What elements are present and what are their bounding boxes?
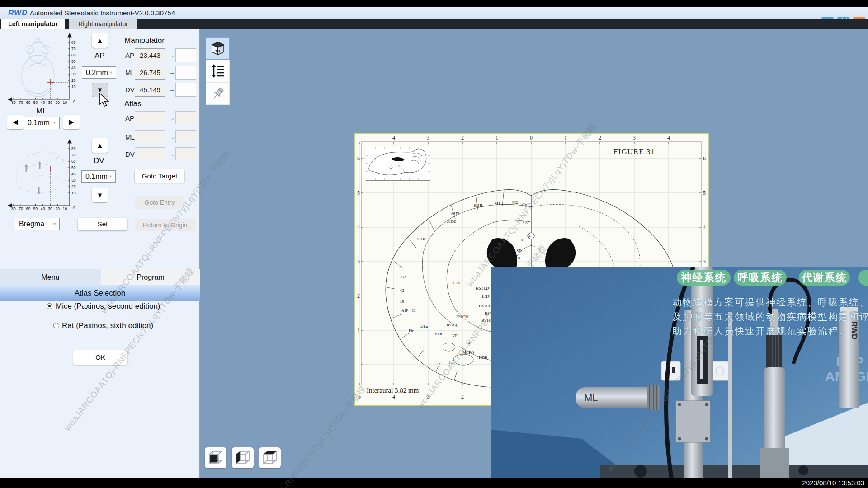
radio-label: Rat (Paxinos, sixth edition) <box>62 321 153 330</box>
svg-text:40: 40 <box>71 172 76 176</box>
svg-text:S1FL: S1FL <box>451 211 460 216</box>
dv-step-value: 0.1mm <box>85 173 108 181</box>
axes <box>8 140 71 207</box>
svg-text:2: 2 <box>357 293 360 299</box>
top-view-position-plot[interactable]: 807060504030201080706050403020100 <box>5 31 92 108</box>
svg-text:4: 4 <box>703 224 706 230</box>
svg-text:60: 60 <box>71 53 76 57</box>
radio-selected-icon <box>47 303 52 309</box>
svg-text:3: 3 <box>427 135 429 141</box>
svg-text:BSTLI: BSTLI <box>479 304 490 308</box>
flow-arrows <box>24 161 42 195</box>
manip-ml-label: ML <box>125 69 135 76</box>
svg-text:CPu: CPu <box>453 281 461 285</box>
svg-text:40: 40 <box>71 66 76 70</box>
atlas-ap-value[interactable] <box>135 111 165 124</box>
svg-text:20: 20 <box>55 100 60 105</box>
ap-step-value: 0.2mm <box>86 69 108 77</box>
svg-text:70: 70 <box>71 153 76 157</box>
svg-text:40: 40 <box>41 100 45 105</box>
manip-dv-target-input[interactable] <box>175 83 196 97</box>
svg-text:80: 80 <box>11 100 16 105</box>
badge-metabolic-system: 代谢系统 <box>799 270 850 286</box>
axis-ticks: 807060504030201080706050403020100 <box>11 146 75 211</box>
svg-text:5: 5 <box>358 394 361 400</box>
svg-text:1: 1 <box>495 135 498 141</box>
svg-text:3D: 3D <box>215 49 220 53</box>
cube-side-face-icon <box>235 450 251 466</box>
ml-step-dropdown[interactable]: 0.1mm▼ <box>24 117 60 129</box>
svg-text:30: 30 <box>71 178 76 183</box>
manip-ap-value: 23.443 <box>135 48 165 62</box>
ap-axis-label: AP <box>94 52 105 61</box>
pin-icon <box>211 86 225 101</box>
ap-up-button[interactable]: ▲ <box>92 33 108 48</box>
svg-text:AIP: AIP <box>401 308 408 313</box>
tab-left-manipulator[interactable]: Left manipulator <box>1 19 65 29</box>
svg-text:M1: M1 <box>495 202 500 206</box>
tab-right-manipulator[interactable]: Right manipulator <box>69 19 137 29</box>
chevron-down-icon: ▼ <box>109 70 116 75</box>
chevron-down-icon: ▼ <box>52 121 59 125</box>
manip-ap-label: AP <box>125 52 134 59</box>
svg-text:0: 0 <box>73 99 75 104</box>
goto-entry-button[interactable]: Goto Entry <box>135 196 184 209</box>
dv-up-button[interactable]: ▲ <box>92 138 108 153</box>
coronal-view-button[interactable] <box>205 447 226 468</box>
svg-text:3: 3 <box>633 135 636 141</box>
layer-step-button[interactable] <box>206 60 230 82</box>
viewer-toolbar: 3D <box>206 37 230 105</box>
return-to-origin-button[interactable]: Return to Origin <box>135 219 195 231</box>
cube-top-face-icon <box>262 450 278 466</box>
goto-target-button[interactable]: Goto Target <box>135 169 184 183</box>
section-view-buttons <box>205 447 286 468</box>
svg-text:10: 10 <box>71 84 76 89</box>
letterbox-bottom: 2023/08/10 13:53:03 <box>0 478 868 488</box>
svg-text:40: 40 <box>41 206 45 211</box>
manip-ml-target-input[interactable] <box>175 66 196 80</box>
atlas-ap-target[interactable] <box>175 111 196 124</box>
tab-program[interactable]: Program <box>101 269 200 285</box>
figure-caption: Interaural 3.82 mm <box>367 387 419 394</box>
ap-step-dropdown[interactable]: 0.2mm▼ <box>82 66 116 79</box>
atlas-ml-value[interactable] <box>135 130 165 143</box>
svg-text:3: 3 <box>427 394 429 400</box>
horizontal-view-button[interactable] <box>259 447 281 468</box>
cube-front-face-icon <box>208 450 224 466</box>
svg-text:SI: SI <box>467 341 470 345</box>
svg-text:Cg1: Cg1 <box>522 202 529 207</box>
atlas-dv-value[interactable] <box>135 147 165 160</box>
letterbox-top <box>0 0 868 7</box>
ok-button[interactable]: OK <box>73 350 127 365</box>
reference-dropdown[interactable]: Bregma▼ <box>15 218 60 230</box>
svg-text:S1DZ: S1DZ <box>447 219 457 224</box>
svg-text:2: 2 <box>599 135 601 141</box>
mouse-cursor <box>99 93 111 108</box>
tab-menu[interactable]: Menu <box>0 269 101 286</box>
dv-axis-label: DV <box>94 156 104 165</box>
dv-step-dropdown[interactable]: 0.1mm▼ <box>81 170 116 183</box>
svg-text:0: 0 <box>530 135 533 141</box>
dv-down-button[interactable]: ▼ <box>92 188 108 202</box>
svg-text:LSD: LSD <box>514 249 522 253</box>
manip-ap-target-input[interactable] <box>175 48 196 62</box>
brain-sagittal-sketch <box>16 152 67 192</box>
view-3d-button[interactable]: 3D <box>206 37 230 60</box>
rwd-logo: RWD <box>8 9 28 18</box>
svg-text:4: 4 <box>357 224 360 230</box>
svg-text:70: 70 <box>71 47 76 51</box>
arrow-right-icon: → <box>168 68 175 76</box>
ml-right-button[interactable]: ▶ <box>63 115 80 129</box>
promo-video-overlay: HYP AMYGDA <box>491 267 868 480</box>
sagittal-position-plot[interactable]: 807060504030201080706050403020100 <box>5 137 92 215</box>
pin-button[interactable] <box>206 82 230 105</box>
svg-text:3: 3 <box>703 258 706 265</box>
atlas-ml-target[interactable] <box>175 130 196 143</box>
radio-label: Mice (Paxinos, second edition) <box>56 302 160 311</box>
svg-text:LSI: LSI <box>514 256 520 260</box>
sagittal-view-button[interactable] <box>232 447 254 468</box>
set-button[interactable]: Set <box>78 218 127 230</box>
arrow-right-icon: → <box>168 85 175 93</box>
ml-left-button[interactable]: ◀ <box>7 115 24 129</box>
atlas-dv-target[interactable] <box>175 147 196 160</box>
